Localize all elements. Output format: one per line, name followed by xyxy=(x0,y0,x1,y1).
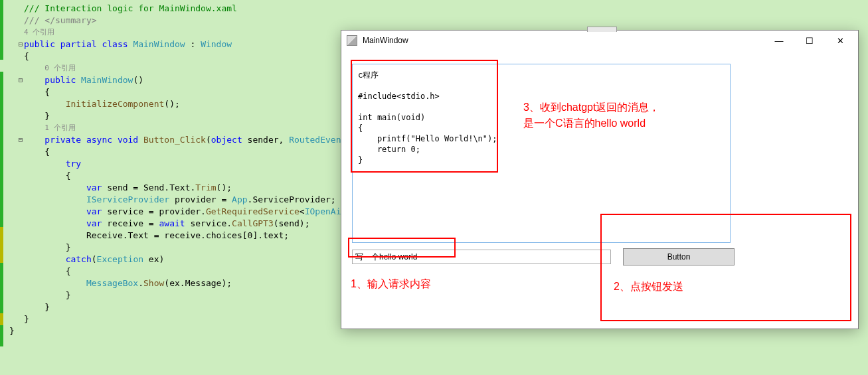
code-comment: /// </summary> xyxy=(24,15,97,27)
minimize-button[interactable]: — xyxy=(764,31,794,50)
fold-icon[interactable]: ⊟ xyxy=(17,74,24,86)
app-icon xyxy=(347,35,357,46)
annotation-text-2: 2、点按钮发送 xyxy=(614,280,683,294)
fold-icon[interactable]: ⊟ xyxy=(17,38,24,50)
maximize-button[interactable]: ☐ xyxy=(794,31,825,50)
window-title: MainWindow xyxy=(363,36,764,45)
codelens-refs[interactable]: 1 个引用 xyxy=(44,122,75,134)
send-button[interactable]: Button xyxy=(623,248,735,265)
receive-textbox[interactable]: c程序 #include<stdio.h> int main(void) { p… xyxy=(352,64,731,243)
code-comment: /// Interaction logic for MainWindow.xam… xyxy=(24,3,237,15)
debug-handle-icon[interactable] xyxy=(587,27,617,32)
fold-icon[interactable]: ⊟ xyxy=(17,134,24,146)
annotation-text-1: 1、输入请求内容 xyxy=(351,277,431,291)
close-button[interactable]: ✕ xyxy=(825,31,855,50)
send-input[interactable] xyxy=(352,250,611,264)
annotation-text-3: 3、收到chatgpt返回的消息， xyxy=(523,101,659,115)
titlebar[interactable]: MainWindow — ☐ ✕ xyxy=(341,31,858,50)
codelens-refs[interactable]: 0 个引用 xyxy=(44,62,75,74)
codelens-refs[interactable]: 4 个引用 xyxy=(24,27,54,38)
annotation-text-3b: 是一个C语言的hello world xyxy=(523,117,646,131)
